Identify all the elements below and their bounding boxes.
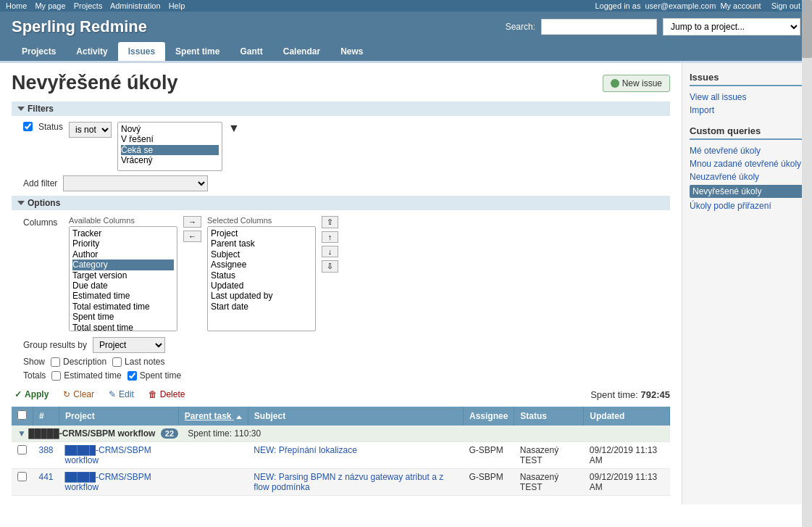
sidebar-issues-section: Issues View all issues Import xyxy=(690,72,805,115)
move-bottom-button[interactable]: ⇩ xyxy=(322,260,338,273)
sign-out-link[interactable]: Sign out xyxy=(771,1,800,10)
group-by-row: Group results by Project Assignee Status… xyxy=(23,337,670,353)
sidebar-view-all-issues[interactable]: View all issues xyxy=(690,92,805,102)
my-account-link[interactable]: My account xyxy=(720,1,761,10)
sidebar-queries-heading: Custom queries xyxy=(690,125,805,140)
clear-button[interactable]: ↻ Clear xyxy=(60,388,97,401)
header: Sperling Redmine Search: Jump to a proje… xyxy=(0,12,812,42)
nav-projects[interactable]: Projects xyxy=(74,1,103,10)
search-input[interactable] xyxy=(541,19,657,35)
tab-activity[interactable]: Activity xyxy=(66,42,117,61)
filters-label: Filters xyxy=(28,104,54,114)
th-parent-task[interactable]: Parent task xyxy=(178,407,248,426)
subject-link[interactable]: NEW: Přepínání lokalizace xyxy=(254,445,357,455)
status-filter-row: Status is not Nový V řešení Čeká se Vrác… xyxy=(23,122,670,171)
subject-link[interactable]: NEW: Parsing BPMN z názvu gateway atribu… xyxy=(254,472,443,492)
tab-projects[interactable]: Projects xyxy=(12,42,66,61)
show-description-checkbox[interactable] xyxy=(51,357,60,367)
group-by-select[interactable]: Project Assignee Status Tracker xyxy=(93,337,165,353)
options-header[interactable]: Options xyxy=(12,196,670,210)
tab-calendar[interactable]: Calendar xyxy=(273,42,330,61)
sidebar-import[interactable]: Import xyxy=(690,105,805,115)
show-description-label[interactable]: Description xyxy=(51,357,106,367)
row-subject: NEW: Parsing BPMN z názvu gateway atribu… xyxy=(248,469,463,496)
sidebar-query-1[interactable]: Mnou zadané otevřené úkoly xyxy=(690,159,805,169)
delete-icon: 🗑 xyxy=(148,389,157,399)
row-checkbox[interactable] xyxy=(17,445,27,455)
row-assignee: G-SBPM xyxy=(463,442,514,469)
column-move-buttons: → ← xyxy=(183,216,201,242)
add-filter-select[interactable]: Priority Assignee Category xyxy=(63,175,208,191)
th-project[interactable]: Project xyxy=(59,407,179,426)
th-subject[interactable]: Subject xyxy=(248,407,463,426)
project-link[interactable]: █████-CRMS/SBPM workflow xyxy=(65,445,151,465)
row-parent-task xyxy=(178,442,248,469)
selected-columns-container: Selected Columns Project Parent task Sub… xyxy=(207,216,316,331)
th-status[interactable]: Status xyxy=(514,407,584,426)
scrollbar-thumb[interactable] xyxy=(802,0,812,58)
status-filter-checkbox[interactable] xyxy=(23,122,33,131)
nav-mypage[interactable]: My page xyxy=(35,1,65,10)
columns-area: Columns Available Columns Tracker Priori… xyxy=(23,216,670,331)
th-checkbox xyxy=(12,407,33,426)
group-header-cell: ▼ █████-CRMS/SBPM workflow 22 Spent time… xyxy=(12,426,670,442)
status-operator-select[interactable]: is not xyxy=(69,122,112,138)
move-down-button[interactable]: ↓ xyxy=(322,246,338,257)
project-jump-select[interactable]: Jump to a project... xyxy=(663,18,800,36)
edit-button[interactable]: ✎ Edit xyxy=(106,388,137,401)
sidebar-query-4[interactable]: Úkoly podle přiřazení xyxy=(690,201,805,211)
show-last-notes-label[interactable]: Last notes xyxy=(112,357,164,367)
logged-in-label: Logged in as xyxy=(595,1,640,10)
available-columns-header: Available Columns xyxy=(69,216,177,225)
apply-checkmark-icon: ✓ xyxy=(14,389,22,399)
move-left-button[interactable]: ← xyxy=(183,231,201,242)
sidebar-query-3[interactable]: Nevyřešené úkoly xyxy=(690,185,805,198)
available-columns-list[interactable]: Tracker Priority Author Category Target … xyxy=(69,226,177,331)
tab-news[interactable]: News xyxy=(330,42,373,61)
spent-time-value: 792:45 xyxy=(641,389,670,400)
nav-help[interactable]: Help xyxy=(169,1,185,10)
project-link[interactable]: █████-CRMS/SBPM workflow xyxy=(65,472,151,492)
totals-estimated-label[interactable]: Estimated time xyxy=(51,370,121,381)
table-header-row: # Project Parent task Subject xyxy=(12,407,670,426)
tab-gantt[interactable]: Gantt xyxy=(230,42,272,61)
clear-icon: ↻ xyxy=(63,389,70,399)
top-nav-left: Home My page Projects Administration Hel… xyxy=(6,1,191,10)
status-filter-arrow[interactable]: ▼ xyxy=(228,122,240,135)
totals-estimated-checkbox[interactable] xyxy=(51,371,61,381)
delete-button[interactable]: 🗑 Delete xyxy=(146,388,188,401)
select-all-checkbox[interactable] xyxy=(17,410,27,420)
selected-columns-list[interactable]: Project Parent task Subject Assignee Sta… xyxy=(207,226,316,331)
move-up-button[interactable]: ↑ xyxy=(322,231,338,243)
new-issue-button[interactable]: New issue xyxy=(603,75,670,92)
totals-spent-label[interactable]: Spent time xyxy=(127,370,181,381)
th-assignee[interactable]: Assignee xyxy=(463,407,514,426)
row-updated: 09/12/2019 11:13 AM xyxy=(584,469,670,496)
options-toggle-icon xyxy=(17,201,25,205)
issue-id-link[interactable]: 441 xyxy=(39,472,54,482)
issue-id-link[interactable]: 388 xyxy=(39,445,54,455)
tab-issues[interactable]: Issues xyxy=(118,42,165,61)
totals-spent-checkbox[interactable] xyxy=(127,371,137,381)
status-values-list[interactable]: Nový V řešení Čeká se Vrácený xyxy=(117,122,222,171)
move-top-button[interactable]: ⇧ xyxy=(322,216,338,228)
apply-button[interactable]: ✓ Apply xyxy=(12,388,51,401)
row-project: █████-CRMS/SBPM workflow xyxy=(59,469,179,496)
nav-administration[interactable]: Administration xyxy=(110,1,161,10)
group-spent: Spent time: 110:30 xyxy=(188,428,261,439)
group-toggle-icon[interactable]: ▼ xyxy=(17,428,26,439)
tab-spent-time[interactable]: Spent time xyxy=(165,42,230,61)
main-content: Nevyřešené úkoly New issue Filters Statu… xyxy=(0,63,682,505)
column-order-buttons: ⇧ ↑ ↓ ⇩ xyxy=(322,216,338,273)
sidebar-query-2[interactable]: Neuzavřené úkoly xyxy=(690,172,805,182)
nav-home[interactable]: Home xyxy=(6,1,27,10)
row-checkbox[interactable] xyxy=(17,472,27,481)
content-area: Nevyřešené úkoly New issue Filters Statu… xyxy=(0,63,812,505)
sidebar-query-0[interactable]: Mé otevřené úkoly xyxy=(690,146,805,156)
th-updated[interactable]: Updated xyxy=(584,407,670,426)
filters-header[interactable]: Filters xyxy=(12,101,670,116)
app-logo: Sperling Redmine xyxy=(12,17,147,36)
th-id[interactable]: # xyxy=(33,407,59,426)
show-last-notes-checkbox[interactable] xyxy=(112,357,122,367)
move-right-button[interactable]: → xyxy=(183,216,201,228)
